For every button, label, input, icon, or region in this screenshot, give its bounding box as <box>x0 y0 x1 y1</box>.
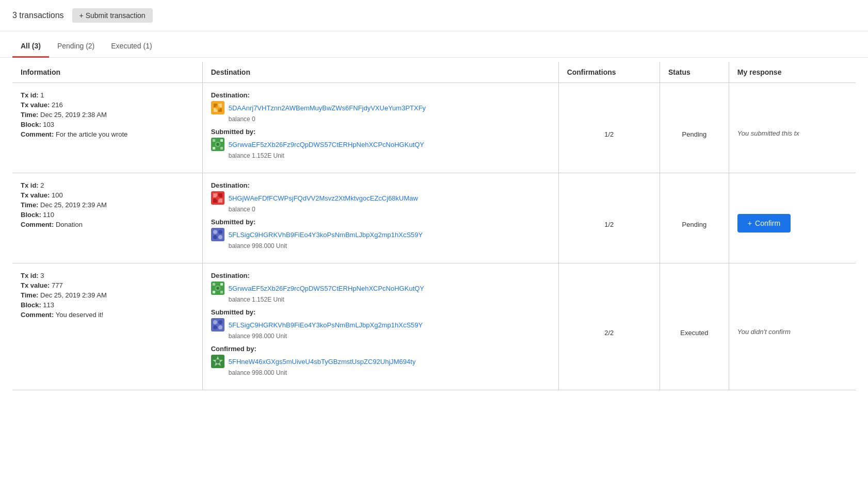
dest-address-3: 5GrwvaEF5zXb26Fz9rcQpDWS57CtERHpNehXCPcN… <box>229 285 424 292</box>
address-icon-3b <box>211 318 224 331</box>
time-label-3: Time: <box>21 291 38 299</box>
response-cell-2: + Confirm <box>729 173 856 263</box>
info-cell-2: Tx id: 2 Tx value: 100 Time: Dec 25, 201… <box>12 173 202 263</box>
dest-balance-2: balance 0 <box>229 206 550 213</box>
confirm-button[interactable]: + Confirm <box>737 214 791 233</box>
tx-value: 216 <box>52 101 63 109</box>
block-value-2: 110 <box>43 211 54 219</box>
svg-point-20 <box>213 230 217 234</box>
destination-cell-3: Destination: 5GrwvaEF5zX <box>202 263 558 390</box>
status-1: Pending <box>660 83 729 173</box>
svg-point-40 <box>216 359 220 363</box>
address-icon-2b <box>211 228 224 241</box>
svg-point-34 <box>218 320 222 324</box>
submitted-address-1: 5GrwvaEF5zXb26Fz9rcQpDWS57CtERHpNehXCPcN… <box>229 141 424 148</box>
col-confirmations: Confirmations <box>558 62 660 83</box>
comment-label: Comment: <box>21 130 54 138</box>
submitted-label-1: Submitted by: <box>211 128 550 136</box>
svg-point-31 <box>216 287 219 290</box>
tx-id-label-2: Tx id: <box>21 181 39 189</box>
address-icon-3c <box>211 355 224 368</box>
confirm-plus-icon: + <box>748 219 752 227</box>
col-destination: Destination <box>202 62 558 83</box>
confirmed-address-3: 5FHneW46xGXgs5mUiveU4sbTyGBzmstUspZC92Uh… <box>229 358 416 366</box>
block-label: Block: <box>21 121 41 128</box>
table-row: Tx id: 2 Tx value: 100 Time: Dec 25, 201… <box>12 173 856 263</box>
tx-id-value-2: 2 <box>40 181 44 189</box>
dest-balance-3: balance 1.152E Unit <box>229 296 550 303</box>
confirmations-1: 1/2 <box>558 83 660 173</box>
confirmed-label-3: Confirmed by: <box>211 345 550 353</box>
tab-all[interactable]: All (3) <box>12 36 49 58</box>
svg-point-33 <box>213 320 217 324</box>
tabs-bar: All (3) Pending (2) Executed (1) <box>0 36 868 58</box>
tx-id-value: 1 <box>40 91 44 99</box>
submit-transaction-button[interactable]: + Submit transaction <box>72 8 153 23</box>
time-value-2: Dec 25, 2019 2:39 AM <box>40 201 107 209</box>
svg-rect-29 <box>213 291 215 293</box>
col-my-response: My response <box>729 62 856 83</box>
info-cell-3: Tx id: 3 Tx value: 777 Time: Dec 25, 201… <box>12 263 202 390</box>
table-row: Tx id: 3 Tx value: 777 Time: Dec 25, 201… <box>12 263 856 390</box>
tx-value-label: Tx value: <box>21 101 50 109</box>
svg-point-22 <box>213 235 217 239</box>
col-status: Status <box>660 62 729 83</box>
dest-label-1: Destination: <box>211 91 550 99</box>
confirmed-balance-3: balance 998.000 Unit <box>229 369 550 376</box>
tx-id-value-3: 3 <box>40 272 44 279</box>
confirmations-3: 2/2 <box>558 263 660 390</box>
tx-id-label-3: Tx id: <box>21 272 39 279</box>
tx-id-label: Tx id: <box>21 91 39 99</box>
destination-cell-2: Destination: 5HGjWAeFDfFCWPsjFQdVV2Msvz2… <box>202 173 558 263</box>
dest-balance-1: balance 0 <box>229 115 550 123</box>
svg-rect-18 <box>216 196 219 200</box>
dest-address-1: 5DAAnrj7VHTznn2AWBemMuyBwZWs6FNFjdyVXUeY… <box>229 104 426 112</box>
comment-label-3: Comment: <box>21 311 54 319</box>
col-information: Information <box>12 62 202 83</box>
tab-executed[interactable]: Executed (1) <box>103 36 160 58</box>
dest-label-2: Destination: <box>211 181 550 189</box>
status-2: Pending <box>660 173 729 263</box>
svg-rect-27 <box>213 283 215 286</box>
dest-address-2: 5HGjWAeFDfFCWPsjFQdVV2Msvz2XtMktvgocEZcC… <box>229 194 418 202</box>
svg-point-12 <box>216 143 219 146</box>
destination-cell-1: Destination: 5DAAnrj7VHTznn2AWBemMuyBwZW… <box>202 83 558 173</box>
block-label-2: Block: <box>21 211 41 219</box>
time-value-3: Dec 25, 2019 2:39 AM <box>40 291 107 299</box>
response-3: You didn't confirm <box>729 263 856 390</box>
block-label-3: Block: <box>21 301 41 309</box>
svg-point-21 <box>218 230 222 234</box>
address-icon-1b <box>211 138 224 151</box>
dest-label-3: Destination: <box>211 272 550 279</box>
svg-rect-30 <box>220 291 223 293</box>
svg-point-36 <box>218 325 222 329</box>
svg-point-35 <box>213 325 217 329</box>
tx-value-3: 777 <box>52 281 63 289</box>
submitted-balance-3: balance 998.000 Unit <box>229 333 550 340</box>
svg-rect-8 <box>213 139 215 142</box>
tx-value-label-2: Tx value: <box>21 191 50 199</box>
submitted-balance-2: balance 998.000 Unit <box>229 242 550 250</box>
submitted-label-2: Submitted by: <box>211 218 550 226</box>
svg-rect-5 <box>216 106 220 110</box>
tab-pending[interactable]: Pending (2) <box>49 36 103 58</box>
submitted-balance-1: balance 1.152E Unit <box>229 152 550 159</box>
time-value: Dec 25, 2019 2:38 AM <box>40 111 107 119</box>
page-header: 3 transactions + Submit transaction <box>0 0 868 31</box>
submitted-label-3: Submitted by: <box>211 308 550 316</box>
submitted-address-3: 5FLSigC9HGRKVhB9FiEo4Y3koPsNmBmLJbpXg2mp… <box>229 321 423 329</box>
address-icon-1a <box>211 101 224 114</box>
block-value: 103 <box>43 121 54 128</box>
status-3: Executed <box>660 263 729 390</box>
address-icon-2a <box>211 191 224 205</box>
svg-rect-28 <box>220 283 223 286</box>
response-1: You submitted this tx <box>729 83 856 173</box>
comment-value: For the article you wrote <box>56 130 127 138</box>
transactions-table: Information Destination Confirmations St… <box>12 62 856 390</box>
svg-point-24 <box>216 233 219 236</box>
transactions-table-container: Information Destination Confirmations St… <box>0 62 868 390</box>
table-row: Tx id: 1 Tx value: 216 Time: Dec 25, 201… <box>12 83 856 173</box>
address-icon-3a <box>211 281 224 295</box>
comment-value-2: Donation <box>56 221 83 228</box>
confirm-label: Confirm <box>755 219 780 227</box>
